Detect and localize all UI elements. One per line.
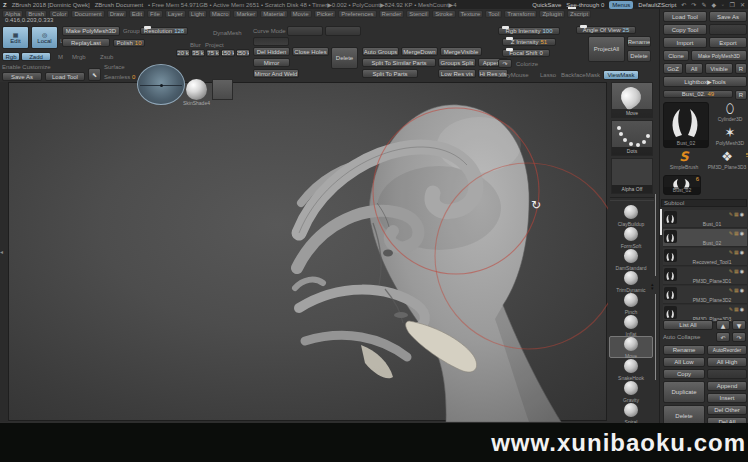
menu-item[interactable]: Zplugin [539, 10, 565, 18]
menu-item[interactable]: Material [260, 10, 287, 18]
menu-item[interactable]: Edit [129, 10, 145, 18]
rgb-intensity-slider[interactable]: Rgb Intensity100 [498, 27, 560, 35]
restore-window-icon[interactable]: ❐ [730, 1, 735, 8]
backface-mask-toggle[interactable]: BackfaceMask [561, 72, 600, 78]
brush-preset[interactable]: ClayBuildup [609, 204, 653, 226]
groups-split-button[interactable]: Groups Split [438, 58, 476, 67]
project-label[interactable]: Project [205, 42, 224, 48]
brush-preset[interactable]: DamStandard [609, 248, 653, 270]
collapse-next-icon-button[interactable]: ↷ [732, 332, 746, 342]
menu-item[interactable]: Transform [504, 10, 537, 18]
menu-item[interactable]: Texture [458, 10, 484, 18]
tool-item-polymesh3d[interactable]: ✶ PolyMesh3D [713, 126, 747, 146]
zsub-toggle[interactable]: Zsub [100, 54, 113, 60]
menu-item[interactable]: Layer [165, 10, 186, 18]
brush-preset[interactable]: Move [609, 336, 653, 358]
curve-option-button-3[interactable] [253, 37, 289, 46]
copy-subtool-button[interactable]: Copy [663, 369, 705, 379]
subtool-mini-icons[interactable]: ✎▦◉ [729, 211, 745, 217]
brush-preset[interactable]: FormSoft [609, 226, 653, 248]
tool-item-cylinder3d[interactable]: ⬯ Cylinder3D [713, 102, 747, 122]
current-alpha-thumbnail[interactable]: Alpha Off [611, 158, 653, 194]
colorize-label[interactable]: Colorize [516, 61, 538, 67]
brush-preset[interactable]: Gravity [609, 380, 653, 402]
menu-item[interactable]: File [147, 10, 163, 18]
brush-preset[interactable]: Spiral [609, 402, 653, 424]
see-through-slider[interactable]: See-through 0 [566, 2, 604, 8]
surface-label[interactable]: Surface [104, 64, 125, 70]
menus-toggle-button[interactable]: Menus [609, 1, 633, 9]
insert-subtool-button[interactable]: Insert [707, 393, 747, 403]
edit-mode-button[interactable]: ▦Edit [2, 26, 29, 49]
delete-shelf-button[interactable]: Delete [627, 50, 651, 62]
low-res-vis-button[interactable]: Low Res vis [438, 69, 476, 78]
goz-button[interactable]: GoZ [663, 63, 683, 74]
all-high-button[interactable]: All High [707, 357, 747, 367]
split-similar-button[interactable]: Split To Similar Parts [362, 58, 436, 67]
tray-scroll-arrows-icon[interactable]: ▴▾ [651, 282, 654, 290]
active-tool-slider[interactable]: Bust_02.49 [663, 90, 733, 98]
menu-item[interactable]: Document [71, 10, 104, 18]
lasso-toggle[interactable]: Lasso [540, 72, 556, 78]
menu-item[interactable]: Macro [209, 10, 232, 18]
close-holes-button[interactable]: Close Holes [292, 47, 329, 56]
subtool-row[interactable]: ✎▦◉ Bust_01 [663, 210, 747, 228]
tool-export-button[interactable]: Export [709, 37, 747, 48]
curve-option-button-2[interactable] [325, 26, 361, 36]
polish-slider[interactable]: Polish10 [113, 39, 145, 47]
tool-item-plane3d3[interactable]: ❖5 PM3D_Plane3D3 [707, 150, 747, 170]
curve-option-button-1[interactable] [287, 26, 323, 36]
menu-item[interactable]: Picker [314, 10, 337, 18]
tool-import-button[interactable]: Import [663, 37, 707, 48]
subtool-section-header[interactable]: Subtool [661, 199, 747, 207]
move-subtool-up-button[interactable]: ▲ [716, 320, 730, 330]
auto-collapse-label[interactable]: Auto Collapse [663, 334, 700, 340]
subtool-mini-icons[interactable]: ✎▦◉ [729, 230, 745, 236]
resolution-slider[interactable]: Resolution128 [140, 27, 188, 35]
rename-shelf-button[interactable]: Rename [627, 36, 651, 47]
replay-last-button[interactable]: ReplayLast [62, 38, 110, 47]
quicksave-button[interactable]: QuickSave [532, 2, 561, 8]
append-subtool-button[interactable]: Append [707, 381, 747, 391]
zadd-button[interactable]: Zadd [21, 52, 51, 61]
tool-clone-button[interactable]: Clone [663, 50, 689, 61]
view-mask-toggle[interactable]: ViewMask [603, 70, 639, 80]
subtool-mini-icons[interactable]: ✎▦◉ [729, 268, 745, 274]
subtool-mini-icons[interactable]: ✎▦◉ [729, 249, 745, 255]
menu-item[interactable]: Light [188, 10, 207, 18]
all-low-button[interactable]: All Low [663, 357, 705, 367]
menu-item[interactable]: Draw [107, 10, 127, 18]
texture-swatch[interactable] [212, 79, 233, 100]
split-to-parts-button[interactable]: Split To Parts [362, 69, 418, 78]
default-zscript-button[interactable]: DefaultZScript [638, 2, 676, 8]
menu-item[interactable]: Render [379, 10, 405, 18]
current-stroke-thumbnail[interactable]: Dots [611, 120, 653, 156]
collapse-prev-icon-button[interactable]: ↶ [716, 332, 730, 342]
colorize-icon-button[interactable]: ↷ [498, 59, 512, 68]
lazy-mouse-toggle[interactable]: LazyMouse [498, 72, 529, 78]
seamless-slider[interactable]: Seamless 0 [104, 74, 135, 80]
brush-preset[interactable]: SnakeHook [609, 358, 653, 380]
z-intensity-slider[interactable]: Z Intensity51 [502, 38, 556, 46]
current-brush-thumbnail[interactable]: Move [611, 82, 653, 118]
brush-stroke-preview[interactable] [137, 64, 185, 105]
del-hidden-button[interactable]: Del Hidden [253, 47, 290, 56]
delete-loops-button[interactable]: Delete [331, 47, 358, 69]
undo-icon[interactable]: ↶ [681, 1, 686, 8]
rgb-button[interactable]: Rgb [2, 52, 20, 61]
save-as-button[interactable]: Save As [2, 72, 42, 81]
lock-icon[interactable]: ◆ [711, 1, 716, 8]
tool-make-polymesh3d-button[interactable]: Make PolyMesh3D [691, 50, 747, 61]
viewport-canvas[interactable]: ↻ [8, 82, 607, 421]
mirror-and-weld-button[interactable]: Mirror And Weld [253, 69, 299, 78]
redo-icon[interactable]: ↷ [691, 1, 696, 8]
k-preset-button[interactable]: 35 k [191, 49, 205, 57]
goz-visible-button[interactable]: Visible [705, 63, 733, 74]
k-preset-button[interactable]: 150 k [221, 49, 235, 57]
menu-item[interactable]: Preferences [338, 10, 376, 18]
material-preview-sphere[interactable] [186, 79, 207, 100]
menu-item[interactable]: Stencil [406, 10, 430, 18]
tool-item-simplebrush[interactable]: S SimpleBrush [663, 150, 705, 170]
k-preset-button[interactable]: 20 k [176, 49, 190, 57]
subtool-scrollbar[interactable] [660, 209, 662, 235]
